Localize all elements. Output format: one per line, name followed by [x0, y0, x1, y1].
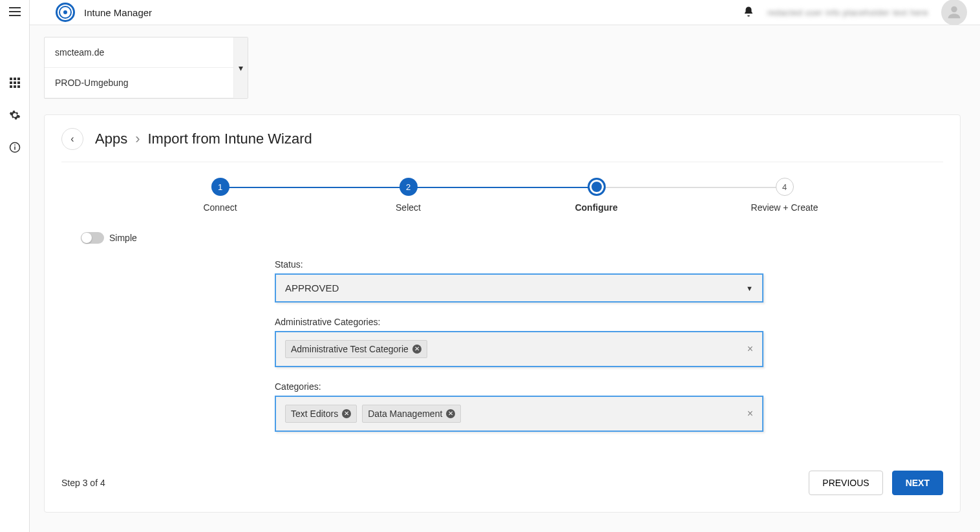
- status-field: Status: APPROVED ▼: [275, 259, 763, 303]
- svg-rect-2: [17, 78, 20, 80]
- step-configure[interactable]: 3 Configure: [502, 178, 690, 213]
- app-title: Intune Manager: [84, 7, 152, 18]
- step-select[interactable]: 2 Select: [314, 178, 502, 213]
- svg-rect-7: [14, 85, 16, 88]
- bell-icon[interactable]: [743, 6, 754, 19]
- simple-toggle[interactable]: [81, 232, 104, 244]
- clear-all-icon[interactable]: ×: [747, 408, 753, 420]
- step-number: 2: [406, 182, 410, 192]
- categories-label: Categories:: [275, 381, 763, 392]
- wizard-card: ‹ Apps › Import from Intune Wizard 1 Con…: [44, 114, 961, 513]
- step-label: Review + Create: [690, 202, 879, 213]
- remove-chip-icon[interactable]: ✕: [446, 409, 455, 418]
- topbar: Intune Manager redacted user info placeh…: [30, 0, 980, 25]
- avatar[interactable]: [941, 0, 967, 25]
- status-value: APPROVED: [285, 282, 339, 293]
- svg-rect-1: [14, 78, 16, 80]
- step-indicator: Step 3 of 4: [61, 478, 105, 488]
- step-number: 3: [594, 182, 599, 192]
- step-connect[interactable]: 1 Connect: [126, 178, 314, 213]
- apps-grid-icon[interactable]: [8, 76, 21, 89]
- left-rail: [0, 0, 30, 532]
- chevron-down-icon[interactable]: ▾: [233, 37, 248, 98]
- admin-categories-field: Administrative Categories: Administrativ…: [275, 317, 763, 367]
- svg-rect-10: [14, 147, 16, 150]
- step-number: 1: [218, 182, 222, 192]
- remove-chip-icon[interactable]: ✕: [342, 409, 351, 418]
- breadcrumb-root[interactable]: Apps: [95, 131, 127, 147]
- svg-point-12: [951, 6, 957, 12]
- admin-categories-label: Administrative Categories:: [275, 317, 763, 327]
- next-button[interactable]: NEXT: [892, 471, 943, 495]
- main-area: Intune Manager redacted user info placeh…: [30, 0, 980, 532]
- chip-label: Text Editors: [291, 409, 338, 419]
- menu-icon[interactable]: [8, 5, 21, 18]
- chip-label: Administrative Test Categorie: [291, 344, 409, 354]
- categories-input[interactable]: Text Editors ✕ Data Management ✕ ×: [275, 396, 763, 432]
- chevron-down-icon: ▼: [746, 284, 753, 292]
- stepper: 1 Connect 2 Select 3 Configure 4 Review …: [126, 178, 879, 213]
- step-label: Configure: [502, 202, 690, 213]
- configure-form: Status: APPROVED ▼ Administrative Catego…: [275, 259, 763, 432]
- tenant-row: smcteam.de: [45, 37, 248, 68]
- chip-data-management: Data Management ✕: [362, 405, 461, 423]
- simple-toggle-row: Simple: [81, 232, 943, 244]
- chip-admin-test: Administrative Test Categorie ✕: [285, 340, 427, 358]
- step-label: Connect: [126, 202, 314, 213]
- previous-button[interactable]: PREVIOUS: [809, 471, 882, 495]
- chip-text-editors: Text Editors ✕: [285, 405, 357, 423]
- content: smcteam.de PROD-Umgebung ▾ ‹ Apps › Impo…: [30, 25, 980, 532]
- step-review-create[interactable]: 4 Review + Create: [690, 178, 879, 213]
- environment-selector[interactable]: smcteam.de PROD-Umgebung ▾: [44, 37, 248, 99]
- remove-chip-icon[interactable]: ✕: [412, 345, 421, 354]
- svg-rect-4: [14, 81, 16, 84]
- back-button[interactable]: ‹: [61, 128, 83, 150]
- gear-icon[interactable]: [8, 109, 21, 122]
- app-logo-icon: [56, 3, 75, 22]
- svg-rect-8: [17, 85, 20, 88]
- svg-rect-0: [10, 78, 12, 80]
- categories-field: Categories: Text Editors ✕ Data Manageme…: [275, 381, 763, 432]
- simple-toggle-label: Simple: [109, 233, 137, 243]
- svg-rect-11: [14, 145, 16, 146]
- env-row: PROD-Umgebung: [45, 68, 248, 98]
- chip-label: Data Management: [368, 409, 442, 419]
- svg-rect-6: [10, 85, 12, 88]
- chevron-right-icon: ›: [135, 131, 140, 147]
- svg-rect-3: [10, 81, 12, 84]
- status-label: Status:: [275, 259, 763, 270]
- user-display: redacted user info placeholder text here: [767, 8, 928, 17]
- breadcrumb-current: Import from Intune Wizard: [147, 131, 312, 147]
- wizard-footer: Step 3 of 4 PREVIOUS NEXT: [61, 471, 943, 495]
- svg-rect-5: [17, 81, 20, 84]
- step-label: Select: [314, 202, 502, 213]
- admin-categories-input[interactable]: Administrative Test Categorie ✕ ×: [275, 331, 763, 367]
- clear-all-icon[interactable]: ×: [747, 343, 753, 355]
- status-select[interactable]: APPROVED ▼: [275, 273, 763, 303]
- step-number: 4: [782, 182, 787, 192]
- breadcrumb: ‹ Apps › Import from Intune Wizard: [61, 128, 943, 162]
- info-icon[interactable]: [8, 141, 21, 154]
